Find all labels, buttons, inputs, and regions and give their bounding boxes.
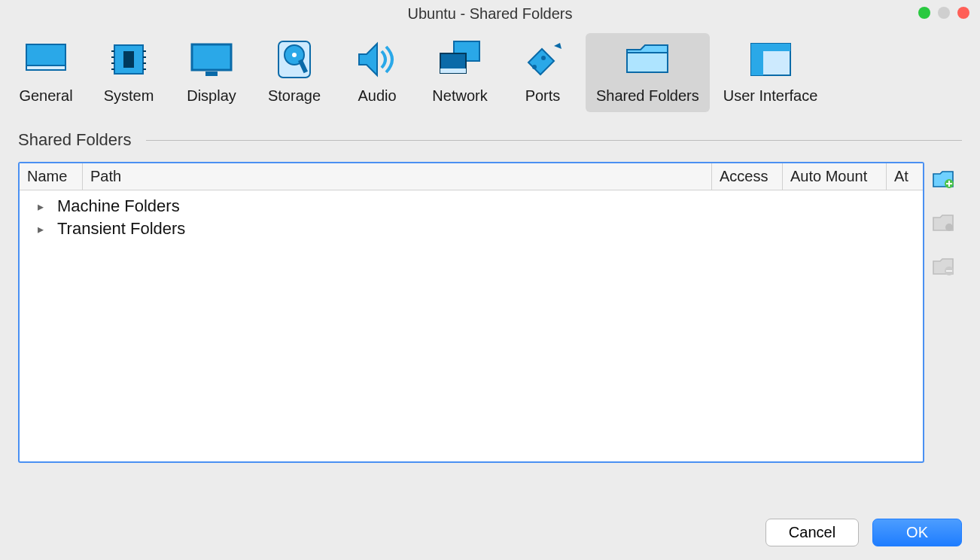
tab-label: Storage xyxy=(268,87,321,105)
folder-minus-icon xyxy=(932,257,954,276)
traffic-light-green-icon[interactable] xyxy=(918,7,930,19)
svg-point-28 xyxy=(945,224,953,231)
ok-button[interactable]: OK xyxy=(872,519,962,546)
tab-label: Shared Folders xyxy=(596,87,699,105)
svg-rect-23 xyxy=(627,53,668,72)
folder-icon xyxy=(618,38,677,81)
tab-storage[interactable]: Storage xyxy=(254,33,334,112)
monitor-icon xyxy=(17,38,75,81)
col-access[interactable]: Access xyxy=(712,163,783,190)
folder-action-buttons xyxy=(924,162,962,463)
col-path[interactable]: Path xyxy=(83,163,712,190)
col-at[interactable]: At xyxy=(887,163,923,190)
cancel-button[interactable]: Cancel xyxy=(765,519,859,546)
folder-group-machine[interactable]: Machine Folders xyxy=(20,195,923,218)
svg-point-22 xyxy=(541,56,546,60)
tab-shared-folders[interactable]: Shared Folders xyxy=(586,33,710,112)
window-layout-icon xyxy=(741,38,800,81)
tab-display[interactable]: Display xyxy=(172,33,251,112)
ports-icon xyxy=(513,38,572,81)
svg-rect-20 xyxy=(440,68,466,73)
add-folder-button[interactable] xyxy=(930,166,956,192)
section-header: Shared Folders xyxy=(0,115,980,154)
tab-general[interactable]: General xyxy=(6,33,86,112)
tab-network[interactable]: Network xyxy=(420,33,500,112)
tab-label: Ports xyxy=(525,87,561,105)
svg-rect-26 xyxy=(751,51,763,75)
remove-folder-button xyxy=(930,254,956,279)
window-title: Ubuntu - Shared Folders xyxy=(407,5,572,23)
col-name[interactable]: Name xyxy=(20,163,83,190)
tab-label: User Interface xyxy=(723,87,818,105)
tab-audio[interactable]: Audio xyxy=(337,33,417,112)
svg-rect-3 xyxy=(123,51,134,68)
tab-label: General xyxy=(19,87,72,105)
table-body: Machine Folders Transient Folders xyxy=(20,190,923,461)
svg-rect-13 xyxy=(205,72,218,76)
section-title: Shared Folders xyxy=(18,130,131,150)
traffic-light-red-icon[interactable] xyxy=(957,7,969,19)
tab-label: Display xyxy=(187,87,236,105)
folder-gear-icon xyxy=(932,213,954,233)
tab-user-interface[interactable]: User Interface xyxy=(713,33,829,112)
chip-icon xyxy=(99,38,158,81)
col-automount[interactable]: Auto Mount xyxy=(783,163,887,190)
dialog-footer: Cancel OK xyxy=(765,519,962,546)
speaker-icon xyxy=(348,38,406,81)
disk-icon xyxy=(265,38,324,81)
traffic-light-gray-icon xyxy=(938,7,950,19)
folder-plus-icon xyxy=(932,169,954,189)
shared-folders-panel: Name Path Access Auto Mount At Machine F… xyxy=(0,154,980,463)
network-icon xyxy=(431,38,489,81)
display-icon xyxy=(182,38,241,81)
tab-label: Network xyxy=(432,87,487,105)
tab-system[interactable]: System xyxy=(89,33,169,112)
table-header: Name Path Access Auto Mount At xyxy=(20,163,923,190)
tab-ports[interactable]: Ports xyxy=(503,33,583,112)
svg-point-16 xyxy=(292,53,297,57)
tab-label: Audio xyxy=(358,87,396,105)
svg-rect-1 xyxy=(26,65,65,70)
folder-group-transient[interactable]: Transient Folders xyxy=(20,218,923,240)
shared-folders-table[interactable]: Name Path Access Auto Mount At Machine F… xyxy=(18,162,924,463)
window-controls xyxy=(918,7,969,19)
divider xyxy=(146,140,962,141)
titlebar: Ubuntu - Shared Folders xyxy=(0,0,980,27)
svg-rect-25 xyxy=(751,44,790,51)
settings-toolbar: General System Display Storage Audio Net… xyxy=(0,27,980,115)
tab-label: System xyxy=(104,87,154,105)
svg-rect-12 xyxy=(192,44,231,70)
svg-point-21 xyxy=(532,65,537,69)
edit-folder-button xyxy=(930,210,956,236)
